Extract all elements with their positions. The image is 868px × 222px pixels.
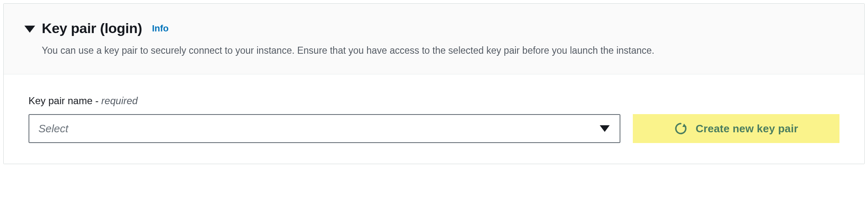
select-placeholder: Select: [38, 122, 68, 135]
field-row: Select Create new key pair: [29, 114, 839, 143]
create-key-pair-button[interactable]: Create new key pair: [633, 114, 839, 143]
svg-marker-2: [682, 124, 687, 127]
panel-body: Key pair name - required Select: [4, 74, 864, 164]
info-link[interactable]: Info: [152, 23, 169, 34]
panel-title: Key pair (login): [42, 20, 142, 36]
svg-marker-0: [24, 26, 35, 33]
refresh-icon: [674, 122, 687, 135]
key-pair-name-label: Key pair name - required: [29, 95, 839, 107]
create-key-pair-label: Create new key pair: [696, 122, 798, 135]
panel-title-row: Key pair (login) Info: [24, 20, 839, 36]
collapse-toggle-icon[interactable]: [24, 24, 35, 33]
svg-marker-1: [600, 125, 610, 132]
field-required-text: required: [101, 95, 138, 106]
key-pair-select[interactable]: Select: [29, 114, 620, 143]
field-label-text: Key pair name: [29, 95, 93, 106]
panel-header: Key pair (login) Info You can use a key …: [4, 4, 864, 74]
chevron-down-icon: [600, 125, 610, 132]
key-pair-panel: Key pair (login) Info You can use a key …: [3, 3, 865, 164]
panel-description: You can use a key pair to securely conne…: [42, 44, 753, 57]
